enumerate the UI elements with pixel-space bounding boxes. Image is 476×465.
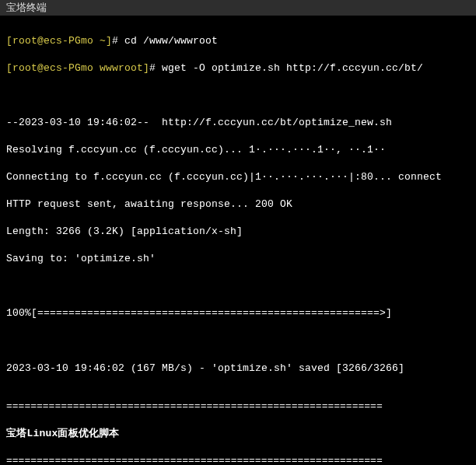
wget-connecting-line: Connecting to f.cccyun.cc (f.cccyun.cc)|… bbox=[6, 170, 470, 184]
divider-line: ========================================… bbox=[6, 454, 470, 465]
output-line bbox=[6, 279, 470, 293]
output-line bbox=[6, 89, 470, 103]
prompt-sep: # bbox=[149, 62, 162, 74]
wget-http-line: HTTP request sent, awaiting response... … bbox=[6, 198, 470, 212]
wget-length-line: Length: 3266 (3.2K) [application/x-sh] bbox=[6, 225, 470, 239]
terminal-titlebar[interactable]: 宝塔终端 bbox=[0, 0, 476, 16]
terminal-output[interactable]: [root@ecs-PGmo ~]# cd /www/wwwroot [root… bbox=[0, 16, 476, 465]
command-cd: cd /www/wwwroot bbox=[124, 35, 218, 47]
wget-resolving-line: Resolving f.cccyun.cc (f.cccyun.cc)... 1… bbox=[6, 143, 470, 157]
prompt-userhost: [root@ecs-PGmo ~] bbox=[6, 35, 112, 47]
divider-line: ========================================… bbox=[6, 400, 470, 414]
wget-timestamp-line: --2023-03-10 19:46:02-- http://f.cccyun.… bbox=[6, 116, 470, 130]
prompt-sep: # bbox=[112, 35, 124, 47]
titlebar-label: 宝塔终端 bbox=[6, 2, 47, 13]
wget-done-line: 2023-03-10 19:46:02 (167 MB/s) - 'optimi… bbox=[6, 362, 470, 376]
prompt-userhost: [root@ecs-PGmo wwwroot] bbox=[6, 62, 149, 74]
script-title: 宝塔Linux面板优化脚本 bbox=[6, 427, 470, 441]
wget-saving-line: Saving to: 'optimize.sh' bbox=[6, 252, 470, 266]
output-line bbox=[6, 334, 470, 348]
wget-progress-bar: 100%[===================================… bbox=[6, 306, 470, 320]
command-wget: wget -O optimize.sh http://f.cccyun.cc/b… bbox=[162, 62, 423, 74]
